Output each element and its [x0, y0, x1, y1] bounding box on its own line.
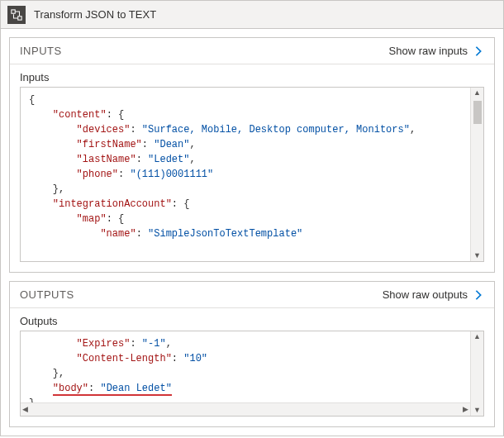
- inputs-code[interactable]: { "content": { "devices": "Surface, Mobi…: [21, 88, 483, 261]
- show-raw-inputs-label: Show raw inputs: [389, 45, 468, 57]
- outputs-header: OUTPUTS Show raw outputs: [10, 282, 494, 308]
- scroll-thumb[interactable]: [473, 101, 482, 124]
- outputs-section: OUTPUTS Show raw outputs Outputs "Expire…: [9, 281, 495, 427]
- scroll-down-icon: ▼: [472, 405, 483, 416]
- scrollbar-vertical[interactable]: ▲ ▼: [470, 331, 483, 416]
- body-area: INPUTS Show raw inputs Inputs { "content…: [1, 29, 503, 436]
- chevron-right-icon: [473, 289, 484, 301]
- scrollbar-horizontal[interactable]: ◀ ▶: [21, 402, 470, 416]
- outputs-subheading: Outputs: [20, 315, 484, 327]
- panel: Transform JSON to TEXT INPUTS Show raw i…: [0, 0, 504, 436]
- page-title: Transform JSON to TEXT: [34, 8, 156, 21]
- inputs-code-box: { "content": { "devices": "Surface, Mobi…: [20, 87, 484, 262]
- outputs-heading: OUTPUTS: [20, 288, 74, 301]
- scroll-down-icon: ▼: [472, 250, 483, 261]
- scroll-up-icon: ▲: [472, 88, 483, 98]
- transform-icon: [7, 6, 26, 24]
- chevron-right-icon: [473, 45, 484, 57]
- show-raw-outputs-link[interactable]: Show raw outputs: [383, 288, 484, 301]
- outputs-body: Outputs "Expires": "-1", "Content-Length…: [10, 308, 494, 426]
- inputs-header: INPUTS Show raw inputs: [10, 38, 494, 64]
- show-raw-outputs-label: Show raw outputs: [383, 288, 468, 301]
- scroll-up-icon: ▲: [472, 331, 483, 342]
- inputs-subheading: Inputs: [20, 71, 484, 83]
- svg-rect-1: [18, 16, 21, 19]
- titlebar: Transform JSON to TEXT: [1, 1, 503, 29]
- outputs-code-box: "Expires": "-1", "Content-Length": "10" …: [20, 331, 484, 417]
- inputs-section: INPUTS Show raw inputs Inputs { "content…: [9, 37, 495, 273]
- scrollbar-vertical[interactable]: ▲ ▼: [470, 88, 483, 261]
- svg-rect-0: [12, 9, 15, 12]
- scroll-right-icon: ▶: [461, 404, 470, 415]
- show-raw-inputs-link[interactable]: Show raw inputs: [389, 45, 484, 57]
- scroll-left-icon: ◀: [21, 404, 30, 415]
- inputs-heading: INPUTS: [20, 45, 62, 57]
- inputs-body: Inputs { "content": { "devices": "Surfac…: [10, 64, 494, 272]
